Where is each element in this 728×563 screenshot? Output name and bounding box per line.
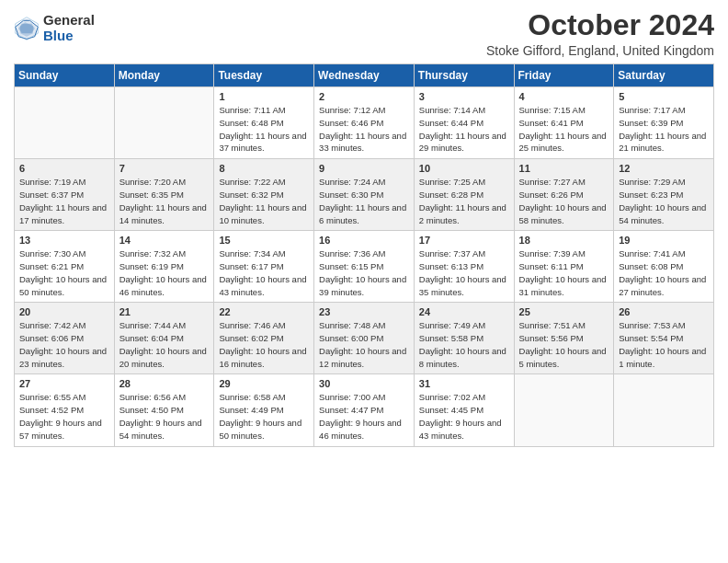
- day-info: Sunrise: 7:51 AM Sunset: 5:56 PM Dayligh…: [519, 319, 609, 370]
- calendar-header-row: Sunday Monday Tuesday Wednesday Thursday…: [15, 64, 714, 87]
- day-info: Sunrise: 7:20 AM Sunset: 6:35 PM Dayligh…: [119, 176, 210, 226]
- day-number: 1: [219, 91, 309, 102]
- day-info: Sunrise: 7:27 AM Sunset: 6:26 PM Dayligh…: [519, 176, 609, 226]
- day-info: Sunrise: 7:44 AM Sunset: 6:04 PM Dayligh…: [119, 319, 210, 370]
- calendar-week-row: 20Sunrise: 7:42 AM Sunset: 6:06 PM Dayli…: [15, 303, 714, 374]
- header: General Blue October 2024 Stoke Gifford,…: [14, 9, 714, 58]
- col-thursday: Thursday: [414, 64, 514, 87]
- table-row: [614, 374, 714, 446]
- calendar-week-row: 13Sunrise: 7:30 AM Sunset: 6:21 PM Dayli…: [15, 231, 714, 303]
- day-info: Sunrise: 7:12 AM Sunset: 6:46 PM Dayligh…: [319, 104, 409, 155]
- col-wednesday: Wednesday: [314, 64, 415, 87]
- day-info: Sunrise: 6:58 AM Sunset: 4:49 PM Dayligh…: [219, 391, 309, 442]
- table-row: 27Sunrise: 6:55 AM Sunset: 4:52 PM Dayli…: [15, 374, 115, 446]
- table-row: 24Sunrise: 7:49 AM Sunset: 5:58 PM Dayli…: [414, 303, 514, 374]
- day-info: Sunrise: 7:19 AM Sunset: 6:37 PM Dayligh…: [19, 176, 109, 226]
- day-number: 17: [419, 235, 509, 246]
- day-info: Sunrise: 7:22 AM Sunset: 6:32 PM Dayligh…: [219, 176, 309, 226]
- calendar-table: Sunday Monday Tuesday Wednesday Thursday…: [14, 63, 714, 446]
- day-number: 29: [219, 378, 309, 389]
- table-row: 17Sunrise: 7:37 AM Sunset: 6:13 PM Dayli…: [414, 231, 514, 303]
- day-info: Sunrise: 7:32 AM Sunset: 6:19 PM Dayligh…: [119, 247, 210, 298]
- table-row: 20Sunrise: 7:42 AM Sunset: 6:06 PM Dayli…: [15, 303, 115, 374]
- day-number: 27: [19, 378, 109, 389]
- day-info: Sunrise: 7:39 AM Sunset: 6:11 PM Dayligh…: [519, 247, 609, 298]
- table-row: 7Sunrise: 7:20 AM Sunset: 6:35 PM Daylig…: [114, 159, 214, 231]
- day-info: Sunrise: 7:41 AM Sunset: 6:08 PM Dayligh…: [619, 247, 709, 298]
- page: General Blue October 2024 Stoke Gifford,…: [0, 0, 728, 563]
- day-info: Sunrise: 7:34 AM Sunset: 6:17 PM Dayligh…: [219, 247, 309, 298]
- col-friday: Friday: [514, 64, 614, 87]
- table-row: [514, 374, 614, 446]
- table-row: 12Sunrise: 7:29 AM Sunset: 6:23 PM Dayli…: [614, 159, 714, 231]
- day-number: 5: [619, 91, 709, 102]
- day-number: 15: [219, 235, 309, 246]
- day-number: 6: [19, 163, 109, 174]
- day-number: 20: [19, 306, 109, 317]
- table-row: 8Sunrise: 7:22 AM Sunset: 6:32 PM Daylig…: [214, 159, 314, 231]
- day-info: Sunrise: 6:55 AM Sunset: 4:52 PM Dayligh…: [19, 391, 109, 442]
- day-number: 24: [419, 306, 509, 317]
- day-info: Sunrise: 6:56 AM Sunset: 4:50 PM Dayligh…: [119, 391, 210, 442]
- day-info: Sunrise: 7:46 AM Sunset: 6:02 PM Dayligh…: [219, 319, 309, 370]
- table-row: 2Sunrise: 7:12 AM Sunset: 6:46 PM Daylig…: [314, 87, 415, 159]
- day-number: 11: [519, 163, 609, 174]
- logo-text: General Blue: [43, 13, 95, 43]
- col-monday: Monday: [114, 64, 214, 87]
- day-info: Sunrise: 7:15 AM Sunset: 6:41 PM Dayligh…: [519, 104, 609, 155]
- col-tuesday: Tuesday: [214, 64, 314, 87]
- day-info: Sunrise: 7:11 AM Sunset: 6:48 PM Dayligh…: [219, 104, 309, 155]
- col-saturday: Saturday: [614, 64, 714, 87]
- table-row: 5Sunrise: 7:17 AM Sunset: 6:39 PM Daylig…: [614, 87, 714, 159]
- table-row: 9Sunrise: 7:24 AM Sunset: 6:30 PM Daylig…: [314, 159, 415, 231]
- day-info: Sunrise: 7:00 AM Sunset: 4:47 PM Dayligh…: [319, 391, 409, 442]
- day-info: Sunrise: 7:02 AM Sunset: 4:45 PM Dayligh…: [419, 391, 509, 442]
- table-row: [15, 87, 115, 159]
- logo-general-text: General: [43, 13, 95, 29]
- table-row: 26Sunrise: 7:53 AM Sunset: 5:54 PM Dayli…: [614, 303, 714, 374]
- day-number: 25: [519, 306, 609, 317]
- day-info: Sunrise: 7:17 AM Sunset: 6:39 PM Dayligh…: [619, 104, 709, 155]
- day-info: Sunrise: 7:48 AM Sunset: 6:00 PM Dayligh…: [319, 319, 409, 370]
- title-block: October 2024 Stoke Gifford, England, Uni…: [486, 9, 714, 58]
- col-sunday: Sunday: [15, 64, 115, 87]
- table-row: 11Sunrise: 7:27 AM Sunset: 6:26 PM Dayli…: [514, 159, 614, 231]
- table-row: 10Sunrise: 7:25 AM Sunset: 6:28 PM Dayli…: [414, 159, 514, 231]
- day-number: 3: [419, 91, 509, 102]
- day-number: 7: [119, 163, 210, 174]
- table-row: 30Sunrise: 7:00 AM Sunset: 4:47 PM Dayli…: [314, 374, 415, 446]
- logo-icon: [14, 16, 40, 41]
- location: Stoke Gifford, England, United Kingdom: [486, 43, 714, 58]
- table-row: 1Sunrise: 7:11 AM Sunset: 6:48 PM Daylig…: [214, 87, 314, 159]
- table-row: 4Sunrise: 7:15 AM Sunset: 6:41 PM Daylig…: [514, 87, 614, 159]
- table-row: 13Sunrise: 7:30 AM Sunset: 6:21 PM Dayli…: [15, 231, 115, 303]
- calendar-week-row: 27Sunrise: 6:55 AM Sunset: 4:52 PM Dayli…: [15, 374, 714, 446]
- table-row: 18Sunrise: 7:39 AM Sunset: 6:11 PM Dayli…: [514, 231, 614, 303]
- table-row: 19Sunrise: 7:41 AM Sunset: 6:08 PM Dayli…: [614, 231, 714, 303]
- table-row: [114, 87, 214, 159]
- day-number: 22: [219, 306, 309, 317]
- day-number: 30: [319, 378, 409, 389]
- day-info: Sunrise: 7:25 AM Sunset: 6:28 PM Dayligh…: [419, 176, 509, 226]
- day-number: 4: [519, 91, 609, 102]
- day-number: 21: [119, 306, 210, 317]
- day-number: 12: [619, 163, 709, 174]
- day-number: 13: [19, 235, 109, 246]
- table-row: 6Sunrise: 7:19 AM Sunset: 6:37 PM Daylig…: [15, 159, 115, 231]
- day-number: 18: [519, 235, 609, 246]
- day-number: 16: [319, 235, 409, 246]
- day-number: 8: [219, 163, 309, 174]
- day-info: Sunrise: 7:36 AM Sunset: 6:15 PM Dayligh…: [319, 247, 409, 298]
- month-title: October 2024: [486, 9, 714, 41]
- day-info: Sunrise: 7:49 AM Sunset: 5:58 PM Dayligh…: [419, 319, 509, 370]
- day-info: Sunrise: 7:29 AM Sunset: 6:23 PM Dayligh…: [619, 176, 709, 226]
- table-row: 22Sunrise: 7:46 AM Sunset: 6:02 PM Dayli…: [214, 303, 314, 374]
- logo-blue-text: Blue: [43, 29, 95, 44]
- table-row: 15Sunrise: 7:34 AM Sunset: 6:17 PM Dayli…: [214, 231, 314, 303]
- table-row: 29Sunrise: 6:58 AM Sunset: 4:49 PM Dayli…: [214, 374, 314, 446]
- day-number: 23: [319, 306, 409, 317]
- day-info: Sunrise: 7:42 AM Sunset: 6:06 PM Dayligh…: [19, 319, 109, 370]
- logo: General Blue: [14, 13, 95, 43]
- calendar-week-row: 6Sunrise: 7:19 AM Sunset: 6:37 PM Daylig…: [15, 159, 714, 231]
- day-number: 9: [319, 163, 409, 174]
